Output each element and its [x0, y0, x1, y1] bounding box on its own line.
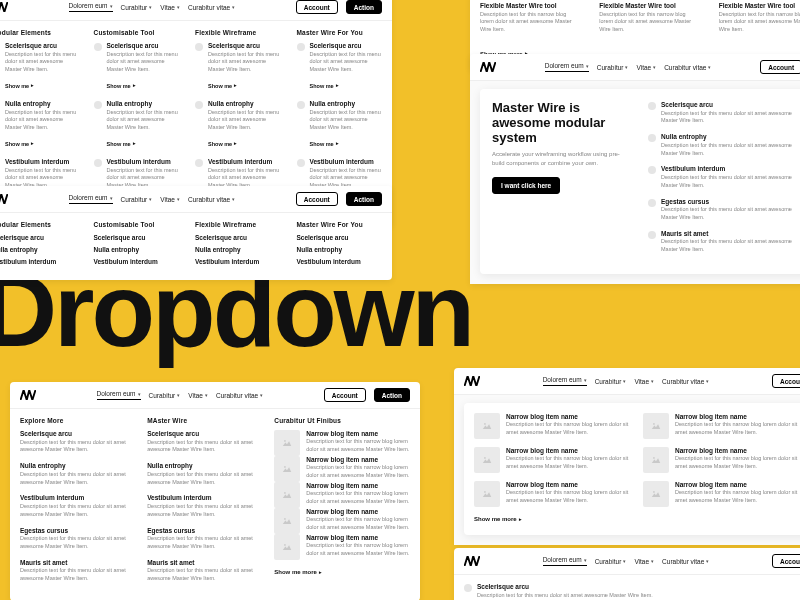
dropdown-link[interactable]: Vestibulum interdum: [94, 258, 180, 265]
dropdown-link[interactable]: Vestibulum interdum: [297, 258, 383, 265]
nav-link[interactable]: Dolorem eum▾: [543, 556, 587, 566]
nav-link[interactable]: Curabitur vitae▾: [188, 2, 235, 12]
blog-item[interactable]: Narrow blog item name Description text f…: [274, 482, 410, 508]
nav-link[interactable]: Curabitur▾: [595, 556, 627, 566]
dropdown-item[interactable]: Egestas cursus Description text for this…: [147, 527, 260, 551]
item-title: Nulla entrophy: [107, 100, 180, 108]
nav-link[interactable]: Curabitur▾: [595, 376, 627, 386]
dropdown-item[interactable]: Vestibulum interdum Description text for…: [20, 494, 133, 518]
dropdown-link[interactable]: Nulla entrophy: [0, 246, 78, 253]
dropdown-item[interactable]: Scelerisque arcu Description text for th…: [20, 430, 133, 454]
image-placeholder-icon: [643, 481, 669, 507]
dropdown-link[interactable]: Nulla entrophy: [195, 246, 281, 253]
account-button[interactable]: Account: [324, 388, 366, 402]
dropdown-link[interactable]: Scelerisque arcu: [0, 234, 78, 241]
promo-cta-button[interactable]: I want click here: [492, 177, 560, 194]
logo-icon: [0, 2, 8, 12]
nav-link[interactable]: Curabitur▾: [121, 194, 153, 204]
nav-link[interactable]: Curabitur vitae▾: [662, 376, 709, 386]
blog-item[interactable]: Narrow blog item name Description text f…: [274, 430, 410, 456]
dropdown-item[interactable]: Scelerisque arcu Description text for th…: [147, 430, 260, 454]
dropdown-item[interactable]: Egestas cursus Description text for this…: [648, 198, 800, 222]
nav-link[interactable]: Curabitur▾: [149, 390, 181, 400]
nav-link[interactable]: Curabitur vitae▾: [188, 194, 235, 204]
nav-link[interactable]: Vitae▾: [160, 2, 180, 12]
dropdown-link[interactable]: Vestibulum interdum: [195, 258, 281, 265]
blog-item[interactable]: Narrow blog item name Description text f…: [643, 447, 800, 473]
show-me-link[interactable]: Show me: [208, 83, 237, 89]
dropdown-item[interactable]: Scelerisque arcu Description text for th…: [648, 101, 800, 125]
dropdown-item[interactable]: Flexible Master Wire tool Description te…: [599, 2, 700, 34]
show-more-link[interactable]: Show me more: [474, 516, 522, 522]
dropdown-item[interactable]: Nulla entrophy Description text for this…: [147, 462, 260, 486]
nav-link[interactable]: Dolorem eum▾: [545, 62, 589, 72]
show-me-link[interactable]: Show me: [5, 141, 34, 147]
dropdown-item[interactable]: Nulla entrophy Description text for this…: [94, 100, 180, 150]
blog-item[interactable]: Narrow blog item name Description text f…: [274, 456, 410, 482]
item-title: Vestibulum interdum: [310, 158, 383, 166]
nav-link[interactable]: Curabitur vitae▾: [664, 62, 711, 72]
blog-description: Description text for this narrow blog lo…: [675, 489, 800, 504]
blog-item[interactable]: Narrow blog item name Description text f…: [474, 447, 635, 473]
nav-link[interactable]: Curabitur▾: [597, 62, 629, 72]
blog-item[interactable]: Narrow blog item name Description text f…: [643, 481, 800, 507]
dropdown-link[interactable]: Scelerisque arcu: [297, 234, 383, 241]
blog-item[interactable]: Narrow blog item name Description text f…: [274, 534, 410, 560]
nav-link[interactable]: Vitae▾: [634, 556, 654, 566]
blog-item[interactable]: Narrow blog item name Description text f…: [474, 481, 635, 507]
nav-link[interactable]: Vitae▾: [188, 390, 208, 400]
dropdown-item[interactable]: Scelerisque arcu Description text for th…: [94, 42, 180, 92]
dropdown-item[interactable]: Nulla entrophy Description text for this…: [20, 462, 133, 486]
dropdown-item[interactable]: Vestibulum interdum Description text for…: [147, 494, 260, 518]
nav-link[interactable]: Curabitur vitae▾: [216, 390, 263, 400]
dropdown-link[interactable]: Nulla entrophy: [94, 246, 180, 253]
blog-item[interactable]: Narrow blog item name Description text f…: [274, 508, 410, 534]
action-button[interactable]: Action: [346, 0, 382, 14]
show-me-link[interactable]: Show me: [107, 83, 136, 89]
dropdown-item[interactable]: Nulla entrophy Description text for this…: [648, 133, 800, 157]
dropdown-item[interactable]: Nulla entrophy Description text for this…: [0, 100, 78, 150]
account-button[interactable]: Account: [296, 0, 338, 14]
dropdown-link[interactable]: Nulla entrophy: [297, 246, 383, 253]
show-me-link[interactable]: Show me: [310, 141, 339, 147]
dropdown-link[interactable]: Scelerisque arcu: [94, 234, 180, 241]
show-more-link[interactable]: Show me more: [274, 569, 322, 575]
account-button[interactable]: Account: [296, 192, 338, 206]
dropdown-item[interactable]: Scelerisque arcu Description text for th…: [0, 42, 78, 92]
blog-item[interactable]: Narrow blog item name Description text f…: [474, 413, 635, 439]
dropdown-link[interactable]: Vestibulum interdum: [0, 258, 78, 265]
dropdown-item[interactable]: Flexible Master Wire tool Description te…: [480, 2, 581, 34]
item-title: Scelerisque arcu: [661, 101, 800, 109]
dropdown-item[interactable]: Scelerisque arcu Description text for th…: [464, 583, 800, 599]
dropdown-item[interactable]: Nulla entrophy Description text for this…: [195, 100, 281, 150]
nav-link[interactable]: Dolorem eum▾: [69, 194, 113, 204]
action-button[interactable]: Action: [346, 192, 382, 206]
nav-link[interactable]: Vitae▾: [636, 62, 656, 72]
dropdown-item[interactable]: Egestas cursus Description text for this…: [20, 527, 133, 551]
dropdown-item[interactable]: Mauris sit amet Description text for thi…: [20, 559, 133, 583]
show-me-link[interactable]: Show me: [310, 83, 339, 89]
dropdown-item[interactable]: Mauris sit amet Description text for thi…: [147, 559, 260, 583]
show-me-link[interactable]: Show me: [208, 141, 237, 147]
blog-item[interactable]: Narrow blog item name Description text f…: [643, 413, 800, 439]
nav-link[interactable]: Dolorem eum▾: [69, 2, 113, 12]
nav-link[interactable]: Curabitur vitae▾: [662, 556, 709, 566]
show-me-link[interactable]: Show me: [107, 141, 136, 147]
dropdown-item[interactable]: Scelerisque arcu Description text for th…: [297, 42, 383, 92]
nav-link[interactable]: Vitae▾: [160, 194, 180, 204]
action-button[interactable]: Action: [374, 388, 410, 402]
account-button[interactable]: Account: [772, 554, 800, 568]
dropdown-link[interactable]: Scelerisque arcu: [195, 234, 281, 241]
account-button[interactable]: Account: [760, 60, 800, 74]
dropdown-item[interactable]: Scelerisque arcu Description text for th…: [195, 42, 281, 92]
nav-link[interactable]: Dolorem eum▾: [97, 390, 141, 400]
nav-link[interactable]: Curabitur▾: [121, 2, 153, 12]
nav-link[interactable]: Vitae▾: [634, 376, 654, 386]
dropdown-item[interactable]: Nulla entrophy Description text for this…: [297, 100, 383, 150]
dropdown-item[interactable]: Vestibulum interdum Description text for…: [648, 165, 800, 189]
nav-link[interactable]: Dolorem eum▾: [543, 376, 587, 386]
account-button[interactable]: Account: [772, 374, 800, 388]
dropdown-item[interactable]: Mauris sit amet Description text for thi…: [648, 230, 800, 254]
show-me-link[interactable]: Show me: [5, 83, 34, 89]
dropdown-item[interactable]: Flexible Master Wire tool Description te…: [719, 2, 800, 34]
